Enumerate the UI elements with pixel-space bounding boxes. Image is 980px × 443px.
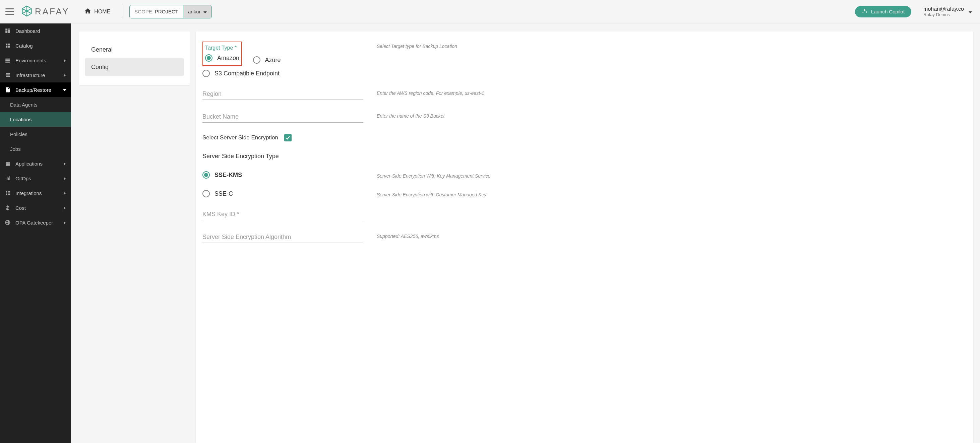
subtab-general[interactable]: General xyxy=(85,41,184,58)
user-email: mohan@rafay.co xyxy=(923,6,964,12)
infrastructure-icon xyxy=(5,72,11,78)
sidebar-item-label: Applications xyxy=(16,161,43,167)
region-help: Enter the AWS region code. For example, … xyxy=(377,89,967,96)
radio-label: Amazon xyxy=(217,55,239,62)
divider xyxy=(123,5,123,18)
sidebar-item-applications[interactable]: Applications xyxy=(0,156,71,171)
target-type-amazon-radio[interactable]: Amazon xyxy=(205,54,239,62)
subtab-config[interactable]: Config xyxy=(85,58,184,76)
sidebar-subitem-policies[interactable]: Policies xyxy=(0,127,71,141)
sidebar-item-label: GitOps xyxy=(16,176,31,181)
target-type-s3compat-radio[interactable]: S3 Compatible Endpoint xyxy=(202,70,363,77)
chevron-right-icon xyxy=(63,220,66,225)
chevron-right-icon xyxy=(63,72,66,78)
target-type-help: Select Target type for Backup Location xyxy=(377,41,967,49)
sse-algo-field xyxy=(202,232,363,243)
user-org: Rafay Demos xyxy=(923,12,964,17)
sidebar: Dashboard Catalog Environments Infrastru… xyxy=(0,24,71,443)
menu-toggle-button[interactable] xyxy=(5,8,14,15)
sidebar-subitem-jobs[interactable]: Jobs xyxy=(0,141,71,156)
sse-checkbox-label: Select Server Side Encryption xyxy=(202,134,278,141)
sidebar-item-label: Catalog xyxy=(16,43,33,49)
sidebar-item-label: Dashboard xyxy=(16,28,40,34)
region-field xyxy=(202,89,363,100)
sidebar-item-catalog[interactable]: Catalog xyxy=(0,38,71,53)
chevron-right-icon xyxy=(63,176,66,181)
sidebar-item-integrations[interactable]: Integrations xyxy=(0,186,71,200)
gitops-icon xyxy=(5,175,11,181)
main-content: General Config Target Type * Amazon xyxy=(71,24,980,443)
sidebar-subitem-locations[interactable]: Locations xyxy=(0,112,71,127)
sidebar-item-infrastructure[interactable]: Infrastructure xyxy=(0,68,71,83)
target-type-label: Target Type * xyxy=(205,45,239,51)
launch-copilot-button[interactable]: Launch Copilot xyxy=(855,6,911,17)
radio-label: SSE-C xyxy=(215,191,233,197)
sse-algo-input[interactable] xyxy=(202,232,363,243)
sse-algo-help: Supported: AES256, aws:kms xyxy=(377,232,967,239)
chevron-down-icon xyxy=(63,87,66,93)
scope-label: SCOPE: PROJECT xyxy=(130,5,183,18)
scope-selector: SCOPE: PROJECT ankur xyxy=(129,5,212,18)
target-type-field: Target Type * Amazon Azure xyxy=(202,41,363,77)
kms-key-input[interactable] xyxy=(202,209,363,220)
radio-label: S3 Compatible Endpoint xyxy=(215,70,280,77)
dashboard-icon xyxy=(5,28,11,34)
region-input[interactable] xyxy=(202,89,363,100)
target-type-azure-radio[interactable]: Azure xyxy=(253,56,281,64)
rafay-logo-icon xyxy=(21,5,33,18)
caret-down-icon xyxy=(204,9,207,14)
bucket-field xyxy=(202,111,363,123)
sse-checkbox[interactable] xyxy=(284,134,291,141)
applications-icon xyxy=(5,160,11,167)
sse-c-help: Server-Side Encryption with Customer Man… xyxy=(377,190,967,197)
sidebar-item-label: OPA Gatekeeper xyxy=(16,220,53,225)
bucket-help: Enter the name of the S3 Bucket xyxy=(377,111,967,119)
scope-prefix: SCOPE: xyxy=(134,9,153,14)
home-link[interactable]: HOME xyxy=(78,7,117,16)
opa-icon xyxy=(5,219,11,225)
cost-icon xyxy=(5,205,11,211)
sse-kms-radio[interactable]: SSE-KMS xyxy=(202,171,363,179)
kms-key-field xyxy=(202,209,363,220)
brand-text: RAFAY xyxy=(35,6,69,17)
environments-icon xyxy=(5,57,11,64)
chevron-right-icon xyxy=(63,191,66,196)
topbar: RAFAY HOME SCOPE: PROJECT ankur Launch C… xyxy=(0,0,980,24)
sidebar-item-opa-gatekeeper[interactable]: OPA Gatekeeper xyxy=(0,215,71,230)
sidebar-subitem-data-agents[interactable]: Data Agents xyxy=(0,97,71,112)
bucket-input[interactable] xyxy=(202,111,363,123)
caret-down-icon xyxy=(969,9,972,15)
home-icon xyxy=(84,7,92,16)
backup-icon xyxy=(5,87,11,93)
chevron-right-icon xyxy=(63,205,66,211)
catalog-icon xyxy=(5,43,11,49)
sidebar-item-label: Integrations xyxy=(16,191,41,196)
sse-c-radio[interactable]: SSE-C xyxy=(202,190,363,197)
sse-checkbox-row: Select Server Side Encryption xyxy=(202,134,967,141)
scope-project-dropdown[interactable]: ankur xyxy=(183,5,212,18)
sidebar-item-dashboard[interactable]: Dashboard xyxy=(0,24,71,38)
scope-value: PROJECT xyxy=(155,9,178,14)
subtabs-card: General Config xyxy=(79,32,190,85)
user-menu[interactable]: mohan@rafay.co Rafay Demos xyxy=(923,6,975,17)
config-form-panel: Target Type * Amazon Azure xyxy=(196,32,973,443)
integrations-icon xyxy=(5,190,11,196)
sse-kms-help: Server-Side Encryption With Key Manageme… xyxy=(377,171,967,179)
sidebar-item-label: Cost xyxy=(16,205,26,211)
radio-label: SSE-KMS xyxy=(215,171,242,179)
sidebar-item-label: Backup/Restore xyxy=(16,87,51,93)
sidebar-item-gitops[interactable]: GitOps xyxy=(0,171,71,186)
sidebar-item-backup-restore[interactable]: Backup/Restore xyxy=(0,83,71,97)
sidebar-item-label: Environments xyxy=(16,58,46,64)
scope-project-name: ankur xyxy=(188,9,201,14)
sidebar-item-environments[interactable]: Environments xyxy=(0,53,71,68)
sidebar-item-cost[interactable]: Cost xyxy=(0,200,71,215)
radio-label: Azure xyxy=(265,57,281,64)
sse-type-label: Server Side Encryption Type xyxy=(202,153,967,160)
chevron-right-icon xyxy=(63,161,66,167)
brand-logo[interactable]: RAFAY xyxy=(21,5,69,18)
sidebar-item-label: Infrastructure xyxy=(16,72,45,78)
sparkle-icon xyxy=(862,8,868,15)
chevron-right-icon xyxy=(63,58,66,64)
target-type-highlight: Target Type * Amazon xyxy=(202,41,242,66)
